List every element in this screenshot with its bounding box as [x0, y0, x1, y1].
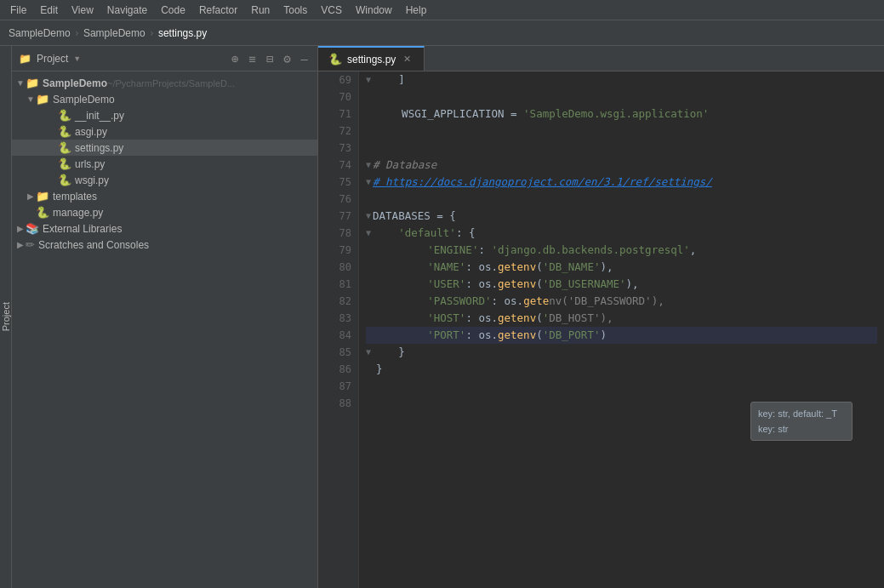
- breadcrumb-part1[interactable]: SampleDemo: [9, 27, 71, 39]
- tree-label-external-libs: External Libraries: [43, 223, 122, 235]
- py-settings-icon: 🐍: [58, 141, 71, 154]
- code-content[interactable]: ▼ ] WSGI_APPLICATION = 'SampleDemo.wsgi.…: [359, 71, 884, 588]
- project-tab-label: Project: [1, 302, 11, 331]
- breadcrumb-sep2: ›: [149, 27, 155, 39]
- fold-85[interactable]: ▼: [366, 344, 371, 361]
- panel-header: 📁 Project ▼ ⊕ ≡ ⊟ ⚙ —: [12, 46, 317, 71]
- tree-item-wsgi[interactable]: 🐍 wsgi.py: [12, 172, 317, 188]
- tree-item-settings[interactable]: 🐍 settings.py: [12, 140, 317, 156]
- menu-run[interactable]: Run: [244, 3, 277, 18]
- code-line-83: 'HOST': os.getenv('DB_HOST'),: [366, 310, 877, 327]
- line-numbers: 69 70 71 72 73 74 75 76 77 78 79 80 81 8…: [318, 71, 359, 588]
- code-method-84: getenv: [498, 327, 536, 344]
- code-line-77: ▼ DATABASES = {: [366, 208, 877, 225]
- panel-action-list[interactable]: ≡: [246, 51, 258, 66]
- panel-action-settings[interactable]: ⚙: [281, 51, 293, 66]
- py-manage-icon: 🐍: [36, 206, 49, 219]
- code-str-79b: 'django.db.backends.postgresql': [492, 242, 690, 259]
- tree-label-scratches: Scratches and Consoles: [38, 239, 149, 251]
- fold-75[interactable]: ▼: [366, 174, 371, 191]
- py-urls-icon: 🐍: [58, 157, 71, 170]
- code-text-85: }: [373, 344, 405, 361]
- code-str-84b: 'DB_PORT': [543, 327, 601, 344]
- tree-item-manage[interactable]: 🐍 manage.py: [12, 204, 317, 220]
- project-vertical-tab[interactable]: Project: [0, 46, 12, 588]
- fold-78[interactable]: ▼: [366, 225, 371, 242]
- code-str-78a: 'default': [398, 225, 456, 242]
- code-method-81: getenv: [498, 276, 536, 293]
- tree-arrow-templates: ▶: [26, 191, 36, 201]
- menu-refactor[interactable]: Refactor: [192, 3, 244, 18]
- folder-root-icon: 📁: [26, 77, 39, 89]
- tree-item-scratches[interactable]: ▶ ✏ Scratches and Consoles: [12, 237, 317, 253]
- code-text-69: ]: [373, 71, 405, 88]
- panel-action-list2[interactable]: ⊟: [264, 51, 276, 66]
- tree-item-asgi[interactable]: 🐍 asgi.py: [12, 123, 317, 140]
- tree-item-urls[interactable]: 🐍 urls.py: [12, 156, 317, 172]
- tree-arrow-sampledemo: ▼: [26, 94, 36, 104]
- code-faded-82: nv('DB_PASSWORD'),: [549, 293, 664, 310]
- folder-templates-icon: 📁: [36, 190, 49, 203]
- tree-label-sampledemo: SampleDemo: [53, 94, 115, 106]
- tree-label-settings: settings.py: [75, 142, 123, 154]
- tree-label-init: __init__.py: [75, 110, 124, 122]
- py-init-icon: 🐍: [58, 109, 71, 122]
- py-asgi-icon: 🐍: [58, 125, 71, 138]
- menu-window[interactable]: Window: [349, 3, 399, 18]
- tab-settings[interactable]: 🐍 settings.py ✕: [318, 46, 425, 71]
- tab-bar: 🐍 settings.py ✕: [318, 46, 884, 71]
- tree-item-templates[interactable]: ▶ 📁 templates: [12, 188, 317, 204]
- editor-area: 🐍 settings.py ✕ 69 70 71 72 73 74 75 76 …: [318, 46, 884, 588]
- code-editor[interactable]: 69 70 71 72 73 74 75 76 77 78 79 80 81 8…: [318, 71, 884, 588]
- folder-icon: 📁: [19, 53, 31, 65]
- breadcrumb-part2[interactable]: SampleDemo: [83, 27, 145, 39]
- code-line-70: [366, 88, 877, 106]
- code-line-85: ▼ }: [366, 344, 877, 361]
- tree-item-root[interactable]: ▼ 📁 SampleDemo ~/PycharmProjects/SampleD…: [12, 75, 317, 91]
- panel-action-minimize[interactable]: —: [299, 51, 311, 66]
- menu-view[interactable]: View: [65, 3, 100, 18]
- tab-settings-label: settings.py: [347, 54, 396, 66]
- code-line-71: WSGI_APPLICATION = 'SampleDemo.wsgi.appl…: [366, 106, 877, 123]
- code-str-80a: 'NAME': [427, 259, 465, 276]
- code-str-79a: 'ENGINE': [427, 242, 478, 259]
- code-line-80: 'NAME': os.getenv('DB_NAME'),: [366, 259, 877, 276]
- code-line-78: ▼ 'default': {: [366, 225, 877, 242]
- fold-77[interactable]: ▼: [366, 208, 371, 225]
- code-line-81: 'USER': os.getenv('DB_USERNAME'),: [366, 276, 877, 293]
- breadcrumb: SampleDemo › SampleDemo › settings.py: [0, 20, 884, 46]
- tree-label-root-path: ~/PycharmProjects/SampleD...: [107, 78, 235, 88]
- panel-action-add[interactable]: ⊕: [229, 51, 241, 66]
- code-method-82: gete: [523, 293, 549, 310]
- code-line-75: ▼ # https://docs.djangoproject.com/en/3.…: [366, 174, 877, 191]
- tree-item-init[interactable]: 🐍 __init__.py: [12, 107, 317, 123]
- tree-label-templates: templates: [53, 191, 97, 203]
- code-link-75[interactable]: # https://docs.djangoproject.com/en/3.1/…: [373, 174, 712, 191]
- panel-dropdown-arrow[interactable]: ▼: [73, 54, 81, 63]
- code-text-77: DATABASES = {: [373, 208, 456, 225]
- tree-item-external-libs[interactable]: ▶ 📚 External Libraries: [12, 220, 317, 237]
- menu-vcs[interactable]: VCS: [314, 3, 349, 18]
- fold-69[interactable]: ▼: [366, 71, 371, 88]
- code-str-84a: 'PORT': [427, 327, 465, 344]
- tree-label-root: SampleDemo: [43, 77, 107, 89]
- tree-arrow-external-libs: ▶: [15, 224, 26, 233]
- file-tree: ▼ 📁 SampleDemo ~/PycharmProjects/SampleD…: [12, 71, 317, 588]
- tab-settings-close[interactable]: ✕: [401, 53, 413, 66]
- menu-help[interactable]: Help: [399, 3, 434, 18]
- tab-settings-icon: 🐍: [328, 53, 342, 66]
- menu-navigate[interactable]: Navigate: [100, 3, 154, 18]
- panel-actions: ⊕ ≡ ⊟ ⚙ —: [229, 51, 311, 66]
- tree-label-urls: urls.py: [75, 158, 105, 170]
- tree-item-sampledemo[interactable]: ▼ 📁 SampleDemo: [12, 91, 317, 107]
- menu-file[interactable]: File: [3, 3, 33, 18]
- fold-74[interactable]: ▼: [366, 157, 371, 174]
- code-comment-74: # Database: [373, 157, 436, 174]
- menu-code[interactable]: Code: [154, 3, 192, 18]
- panel-title-area: 📁 Project ▼: [19, 53, 81, 65]
- code-line-82: 'PASSWORD': os.getenv('DB_PASSWORD'),: [366, 293, 877, 310]
- code-str-83b: ': [543, 310, 550, 327]
- menu-tools[interactable]: Tools: [277, 3, 314, 18]
- menu-edit[interactable]: Edit: [33, 3, 65, 18]
- code-method-83: getenv: [498, 310, 536, 327]
